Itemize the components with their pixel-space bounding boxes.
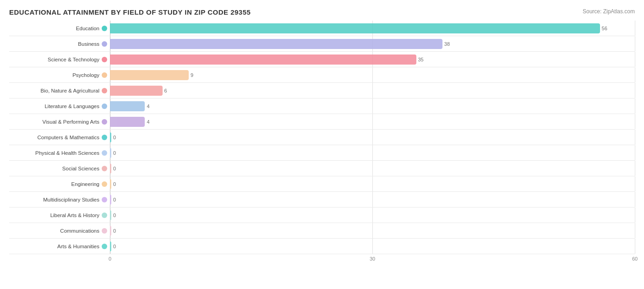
grid-line (635, 145, 635, 160)
bar-dot (102, 197, 107, 202)
bar-dot (102, 57, 107, 62)
bar-dot (102, 181, 107, 187)
bar-fill: 4 (110, 117, 145, 127)
grid-line (635, 36, 635, 51)
bar-label: Arts & Humanities (9, 239, 110, 254)
bar-label-text: Computers & Mathematics (38, 135, 100, 140)
grid-line (372, 239, 373, 254)
bar-track: 0 (110, 207, 635, 223)
bar-label: Psychology (9, 67, 110, 82)
bar-fill: 0 (110, 226, 111, 236)
bar-row: Visual & Performing Arts4 (9, 114, 635, 130)
bar-label-text: Multidisciplinary Studies (43, 197, 99, 202)
bar-label-text: Liberal Arts & History (50, 213, 99, 218)
bar-dot (102, 244, 107, 249)
bar-row: Business38 (9, 36, 635, 52)
bar-label: Visual & Performing Arts (9, 114, 110, 129)
bar-dot (102, 150, 107, 156)
bar-fill: 0 (110, 132, 111, 142)
bar-track: 0 (110, 192, 635, 207)
chart-container: EDUCATIONAL ATTAINMENT BY FIELD OF STUDY… (0, 0, 644, 289)
bar-label-text: Literature & Languages (44, 104, 99, 109)
grid-line (635, 21, 635, 36)
bar-track: 56 (110, 21, 635, 36)
bar-track: 4 (110, 98, 635, 114)
bar-dot (102, 213, 107, 218)
grid-line (635, 83, 635, 98)
bar-label: Social Sciences (9, 161, 110, 176)
grid-line (635, 130, 635, 145)
bar-row: Arts & Humanities0 (9, 239, 635, 254)
bar-label-text: Psychology (72, 72, 99, 78)
bar-label-text: Social Sciences (62, 166, 99, 171)
bar-value-label: 35 (418, 57, 424, 62)
bar-row: Engineering0 (9, 176, 635, 192)
grid-line (372, 223, 373, 238)
bar-label-text: Communications (60, 228, 99, 234)
bar-label: Science & Technology (9, 52, 110, 67)
chart-title: EDUCATIONAL ATTAINMENT BY FIELD OF STUDY… (9, 8, 635, 16)
bar-track: 0 (110, 161, 635, 176)
bar-value-label: 0 (113, 197, 116, 202)
bar-row: Social Sciences0 (9, 161, 635, 176)
bar-dot (102, 119, 107, 125)
grid-line (635, 114, 635, 129)
bar-label-text: Physical & Health Sciences (35, 150, 99, 156)
bar-row: Education56 (9, 21, 635, 36)
bar-fill: 6 (110, 86, 163, 96)
grid-line (635, 67, 635, 82)
bar-label: Literature & Languages (9, 98, 110, 114)
bar-label: Education (9, 21, 110, 36)
x-axis-label: 0 (109, 256, 111, 262)
bar-track: 0 (110, 223, 635, 238)
grid-line (635, 161, 635, 176)
bar-value-label: 0 (113, 213, 116, 218)
chart-area: Education56Business38Science & Technolog… (9, 21, 635, 260)
grid-line (372, 130, 373, 145)
bar-label-text: Visual & Performing Arts (43, 119, 99, 125)
x-axis-label: 30 (370, 256, 375, 262)
grid-line (635, 207, 635, 223)
grid-line (372, 114, 373, 129)
bar-label-text: Science & Technology (48, 57, 99, 62)
bar-label: Physical & Health Sciences (9, 145, 110, 160)
bar-fill: 38 (110, 39, 442, 49)
bar-fill: 0 (110, 164, 111, 174)
bar-label: Communications (9, 223, 110, 238)
bar-row: Literature & Languages4 (9, 98, 635, 114)
bar-fill: 35 (110, 55, 416, 65)
bar-label: Computers & Mathematics (9, 130, 110, 145)
bar-row: Bio, Nature & Agricultural6 (9, 83, 635, 98)
grid-line (372, 145, 373, 160)
bar-track: 0 (110, 130, 635, 145)
bar-value-label: 0 (113, 228, 116, 234)
bar-value-label: 56 (602, 26, 607, 31)
bar-dot (102, 104, 107, 109)
bar-dot (102, 72, 107, 78)
bar-track: 6 (110, 83, 635, 98)
bar-track: 38 (110, 36, 635, 51)
bar-track: 0 (110, 239, 635, 254)
bar-fill: 4 (110, 101, 145, 111)
bar-value-label: 38 (444, 41, 450, 47)
bar-fill: 0 (110, 148, 111, 158)
grid-line (635, 223, 635, 238)
bar-label-text: Engineering (71, 181, 99, 187)
bar-track: 0 (110, 176, 635, 191)
bar-dot (102, 135, 107, 140)
bar-row: Psychology9 (9, 67, 635, 83)
grid-line (635, 52, 635, 67)
grid-line (372, 161, 373, 176)
grid-line (372, 98, 373, 114)
bar-label-text: Bio, Nature & Agricultural (41, 88, 99, 93)
bar-value-label: 4 (147, 104, 149, 109)
grid-line (372, 83, 373, 98)
bar-fill: 0 (110, 241, 111, 251)
bar-value-label: 0 (113, 135, 116, 140)
bar-track: 0 (110, 145, 635, 160)
x-axis-label: 60 (632, 256, 638, 262)
bar-row: Science & Technology35 (9, 52, 635, 67)
bar-track: 35 (110, 52, 635, 67)
bars-section: Education56Business38Science & Technolog… (9, 21, 635, 254)
bar-value-label: 0 (113, 166, 116, 171)
